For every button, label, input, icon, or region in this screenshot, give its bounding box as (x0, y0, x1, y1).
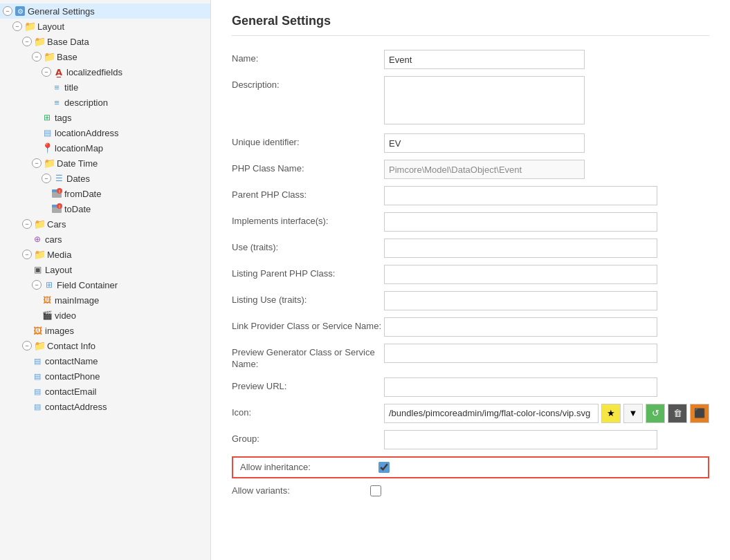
sidebar-item-layout-item[interactable]: ▣ Layout (0, 262, 210, 277)
sidebar-item-label: contactAddress (45, 402, 107, 412)
sidebar-item-label: title (64, 82, 78, 93)
icon-row-container: Icon: ★ ▼ ↺ 🗑 ⬛ (232, 404, 709, 423)
sidebar-item-images[interactable]: 🖼 images (0, 323, 210, 338)
folder-blue-icon: 📁 (34, 36, 45, 47)
listing-use-input[interactable] (384, 291, 657, 310)
sidebar-item-cars-item[interactable]: ⊕ cars (0, 232, 210, 247)
text-icon: ≡ (51, 97, 62, 108)
sidebar-item-media[interactable]: − 📁 Media (0, 247, 210, 262)
description-input[interactable] (384, 76, 585, 124)
unique-id-input[interactable] (384, 133, 585, 153)
collapse-dates[interactable]: − (42, 174, 51, 183)
allow-variants-label: Allow variants: (232, 485, 370, 496)
sidebar-item-description[interactable]: ≡ description (0, 95, 210, 110)
sidebar-item-video[interactable]: 🎬 video (0, 308, 210, 323)
collapse-contact-info[interactable]: − (22, 341, 32, 351)
sidebar-item-label: toDate (64, 204, 91, 214)
sidebar: − ⚙ General Settings − 📁 Layout − 📁 Base… (0, 0, 211, 560)
sidebar-item-datetime[interactable]: − 📁 Date Time (0, 156, 210, 171)
sidebar-item-base-data[interactable]: − 📁 Base Data (0, 34, 210, 49)
sidebar-item-label: mainImage (55, 295, 99, 306)
preview-url-label: Preview URL: (232, 377, 384, 391)
sidebar-item-label: images (45, 326, 74, 336)
parent-php-input[interactable] (384, 186, 657, 205)
icon-refresh-button[interactable]: ↺ (646, 404, 665, 423)
location-icon: ▤ (42, 127, 53, 138)
icon-input[interactable] (384, 404, 599, 423)
sidebar-item-title[interactable]: ≡ title (0, 80, 210, 95)
preview-url-row: Preview URL: (232, 377, 709, 397)
sidebar-item-label: General Settings (28, 6, 95, 17)
preview-generator-field (384, 344, 709, 363)
sidebar-item-label: contactPhone (45, 371, 100, 382)
group-field (384, 430, 709, 449)
collapse-layout[interactable]: − (12, 21, 22, 31)
sidebar-item-mainimage[interactable]: 🖼 mainImage (0, 292, 210, 308)
name-input[interactable] (384, 50, 585, 69)
icon-field: ★ ▼ ↺ 🗑 ⬛ (384, 404, 709, 423)
sidebar-item-general-settings[interactable]: − ⚙ General Settings (0, 3, 210, 19)
implements-input[interactable] (384, 212, 657, 232)
parent-php-row: Parent PHP Class: (232, 186, 709, 205)
collapse-general-settings[interactable]: − (3, 6, 12, 16)
listing-parent-field (384, 265, 709, 284)
preview-generator-input[interactable] (384, 344, 657, 363)
sidebar-item-field-container[interactable]: − ⊞ Field Container (0, 277, 210, 292)
php-class-input (384, 160, 585, 179)
use-traits-field (384, 239, 709, 258)
allow-variants-checkbox[interactable] (370, 485, 381, 496)
collapse-base-data[interactable]: − (22, 37, 32, 46)
icon-dropdown-button[interactable]: ▼ (623, 404, 643, 423)
collapse-datetime[interactable]: − (32, 158, 42, 168)
description-label: Description: (232, 76, 384, 90)
sidebar-item-localizedfields[interactable]: − A̲ localizedfields (0, 64, 210, 80)
datetime-error-icon: ! (51, 203, 62, 214)
sidebar-item-label: Date Time (57, 158, 98, 169)
use-traits-input[interactable] (384, 239, 657, 258)
description-field (384, 76, 709, 127)
icon-search-button[interactable]: ⬛ (690, 404, 709, 423)
parent-php-label: Parent PHP Class: (232, 186, 384, 200)
collapse-base[interactable]: − (32, 52, 42, 62)
sidebar-item-label: Base (57, 52, 77, 62)
sidebar-item-label: Layout (45, 265, 72, 275)
sidebar-item-fromdate[interactable]: ! fromDate (0, 186, 210, 201)
unique-id-field (384, 133, 709, 153)
collapse-cars[interactable]: − (22, 219, 32, 229)
folder-blue-icon: 📁 (44, 51, 55, 62)
sidebar-item-label: Field Container (57, 280, 118, 290)
sidebar-item-contactemail[interactable]: ▤ contactEmail (0, 384, 210, 399)
sidebar-item-contact-info[interactable]: − 📁 Contact Info (0, 338, 210, 353)
sidebar-item-todate[interactable]: ! toDate (0, 201, 210, 216)
tags-icon: ⊞ (42, 112, 53, 123)
icon-trash-button[interactable]: 🗑 (668, 404, 687, 423)
sidebar-item-locationaddress[interactable]: ▤ locationAddress (0, 125, 210, 140)
sidebar-item-locationmap[interactable]: 📍 locationMap (0, 140, 210, 156)
sidebar-item-dates[interactable]: − ☰ Dates (0, 171, 210, 186)
listing-parent-input[interactable] (384, 265, 657, 284)
implements-field (384, 212, 709, 232)
sidebar-item-label: Media (47, 250, 71, 260)
sidebar-item-contactname[interactable]: ▤ contactName (0, 353, 210, 368)
sidebar-item-cars[interactable]: − 📁 Cars (0, 216, 210, 232)
sidebar-item-base[interactable]: − 📁 Base (0, 49, 210, 64)
sidebar-item-label: fromDate (64, 189, 101, 199)
sidebar-item-contactaddress[interactable]: ▤ contactAddress (0, 399, 210, 414)
collapse-field-container[interactable]: − (32, 280, 42, 290)
page-title: General Settings (232, 14, 709, 36)
sidebar-item-label: locationMap (55, 143, 103, 153)
localized-icon: A̲ (53, 66, 64, 77)
preview-url-input[interactable] (384, 377, 657, 397)
sidebar-item-tags[interactable]: ⊞ tags (0, 110, 210, 125)
sidebar-item-layout[interactable]: − 📁 Layout (0, 19, 210, 34)
link-provider-input[interactable] (384, 317, 657, 337)
sidebar-item-contactphone[interactable]: ▤ contactPhone (0, 368, 210, 384)
icon-star-button[interactable]: ★ (601, 404, 621, 423)
collapse-localizedfields[interactable]: − (42, 67, 51, 77)
input-icon: ▤ (32, 386, 43, 397)
collapse-media[interactable]: − (22, 250, 32, 259)
input-icon: ▤ (32, 401, 43, 412)
allow-inheritance-checkbox[interactable] (378, 462, 390, 473)
group-input[interactable] (384, 430, 657, 449)
preview-url-field (384, 377, 709, 397)
